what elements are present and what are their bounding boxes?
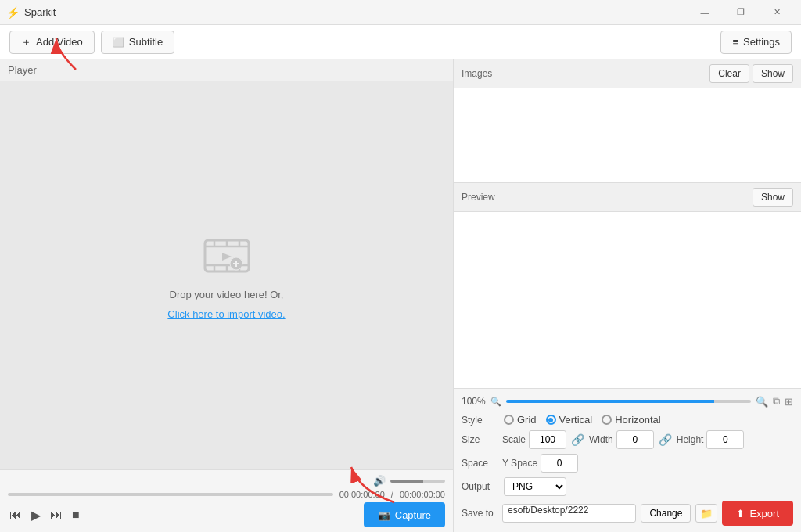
playback-btn-row: ⏮ ▶ ⏭ ■ 📷 Capture xyxy=(8,502,445,527)
preview-section: Preview Show xyxy=(454,183,801,388)
style-grid-label: Grid xyxy=(517,414,537,426)
size-row: Size Scale 🔗 Width 🔗 Height xyxy=(462,430,793,449)
scale-link-icon[interactable]: 🔗 xyxy=(571,433,584,446)
style-horizontal-radio[interactable] xyxy=(602,415,612,425)
title-bar-controls: — ❐ ✕ xyxy=(687,0,795,25)
preview-show-button[interactable]: Show xyxy=(753,188,793,207)
player-panel: Player Drop your video here! xyxy=(0,59,454,532)
toolbar-left: ＋ Add Video ⬜ Subtitle xyxy=(9,31,174,54)
height-input[interactable] xyxy=(706,430,744,449)
stop-button[interactable]: ■ xyxy=(70,506,81,523)
volume-row: 🔊 xyxy=(8,475,445,487)
add-video-button[interactable]: ＋ Add Video xyxy=(9,31,95,54)
right-panel: Images Clear Show Preview Show 100% xyxy=(454,59,801,532)
volume-slider[interactable] xyxy=(390,480,445,483)
zoom-percent: 100% xyxy=(462,396,486,407)
minimize-button[interactable]: — xyxy=(687,0,723,25)
width-label: Width xyxy=(589,434,613,445)
seek-row: 00:00:00:00 / 00:00:00:00 xyxy=(8,490,445,499)
camera-icon: 📷 xyxy=(378,509,390,521)
subtitle-label: Subtitle xyxy=(129,36,163,48)
images-area xyxy=(454,88,801,182)
style-vertical-option[interactable]: Vertical xyxy=(546,414,593,426)
player-drop-area[interactable]: Drop your video here! Or, Click here to … xyxy=(0,81,453,469)
preview-buttons: Show xyxy=(753,188,793,207)
player-header: Player xyxy=(0,59,453,81)
yspace-group: Y Space xyxy=(502,454,578,473)
preview-header: Preview Show xyxy=(454,183,801,212)
time-total: 00:00:00:00 xyxy=(400,490,445,499)
title-bar-left: ⚡ Sparkit xyxy=(6,6,56,19)
video-placeholder-icon xyxy=(202,231,252,281)
clear-button[interactable]: Clear xyxy=(709,64,749,83)
main-container: Player Drop your video here! xyxy=(0,59,801,532)
maximize-button[interactable]: ❐ xyxy=(723,0,759,25)
saveto-path: esoft/Desktop/2222 xyxy=(502,504,636,523)
images-header: Images Clear Show xyxy=(454,59,801,88)
width-group: Width xyxy=(589,430,654,449)
time-separator: / xyxy=(391,490,393,499)
width-link-icon[interactable]: 🔗 xyxy=(659,433,672,446)
svg-marker-10 xyxy=(222,253,232,261)
style-horizontal-label: Horizontal xyxy=(615,414,661,426)
player-header-label: Player xyxy=(8,64,37,76)
capture-button[interactable]: 📷 Capture xyxy=(364,502,445,527)
style-grid-option[interactable]: Grid xyxy=(504,414,537,426)
export-icon: ⬆ xyxy=(736,508,745,519)
space-row: Space Y Space xyxy=(462,454,793,473)
zoom-in-icon[interactable]: 🔍 xyxy=(756,396,768,408)
images-buttons: Clear Show xyxy=(709,64,793,83)
output-select[interactable]: PNG JPG BMP GIF xyxy=(504,477,566,496)
height-label: Height xyxy=(677,434,704,445)
images-section: Images Clear Show xyxy=(454,59,801,183)
capture-label: Capture xyxy=(395,509,431,521)
style-horizontal-option[interactable]: Horizontal xyxy=(602,414,661,426)
export-button[interactable]: ⬆ Export xyxy=(722,501,793,526)
fit-icon[interactable]: ⊞ xyxy=(785,396,793,408)
settings-area: 100% 🔍 🔍 ⧉ ⊞ Style Grid Vertical xyxy=(454,388,801,532)
rewind-button[interactable]: ⏮ xyxy=(8,506,23,523)
subtitle-button[interactable]: ⬜ Subtitle xyxy=(101,31,174,54)
style-grid-radio[interactable] xyxy=(504,415,514,425)
settings-button[interactable]: ≡ Settings xyxy=(720,31,792,54)
yspace-label: Y Space xyxy=(502,458,537,469)
scale-input[interactable] xyxy=(529,430,566,449)
close-button[interactable]: ✕ xyxy=(759,0,795,25)
style-vertical-label: Vertical xyxy=(559,414,593,426)
toolbar: ＋ Add Video ⬜ Subtitle ≡ Settings xyxy=(0,25,801,59)
yspace-input[interactable] xyxy=(541,454,578,473)
volume-icon: 🔊 xyxy=(373,475,386,487)
scale-group: Scale xyxy=(502,430,566,449)
output-label: Output xyxy=(462,481,497,492)
images-title: Images xyxy=(462,68,492,79)
style-label: Style xyxy=(462,415,497,426)
play-button[interactable]: ▶ xyxy=(30,506,42,524)
images-show-button[interactable]: Show xyxy=(753,64,793,83)
change-button[interactable]: Change xyxy=(641,504,691,523)
style-radio-group: Grid Vertical Horizontal xyxy=(504,414,661,426)
height-group: Height xyxy=(677,430,745,449)
scale-label: Scale xyxy=(502,434,526,445)
settings-icon: ≡ xyxy=(732,36,738,48)
preview-title: Preview xyxy=(462,192,495,203)
title-bar: ⚡ Sparkit — ❐ ✕ xyxy=(0,0,801,25)
export-label: Export xyxy=(749,508,779,519)
folder-button[interactable]: 📁 xyxy=(695,504,717,523)
style-vertical-radio[interactable] xyxy=(546,415,556,425)
time-current: 00:00:00:00 xyxy=(339,490,385,499)
size-label: Size xyxy=(462,434,497,445)
preview-area xyxy=(454,212,801,388)
seek-bar[interactable] xyxy=(8,493,333,496)
subtitle-icon: ⬜ xyxy=(113,37,124,48)
copy-icon[interactable]: ⧉ xyxy=(773,395,780,408)
app-icon: ⚡ xyxy=(6,6,20,19)
saveto-label: Save to xyxy=(462,508,497,519)
zoom-row: 100% 🔍 🔍 ⧉ ⊞ xyxy=(462,395,793,408)
space-label: Space xyxy=(462,458,497,469)
skip-forward-button[interactable]: ⏭ xyxy=(48,506,64,523)
zoom-slider[interactable] xyxy=(506,400,751,403)
zoom-out-icon[interactable]: 🔍 xyxy=(490,397,501,407)
import-link[interactable]: Click here to import video. xyxy=(167,308,285,320)
style-row: Style Grid Vertical Horizontal xyxy=(462,414,793,426)
width-input[interactable] xyxy=(616,430,654,449)
